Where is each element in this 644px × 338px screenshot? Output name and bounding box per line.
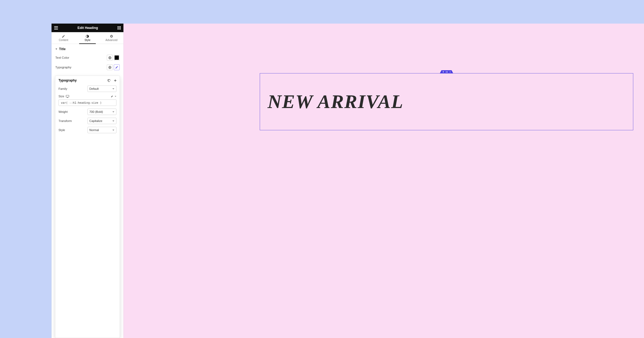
svg-rect-12 [118,29,118,29]
menu-button[interactable] [54,26,58,29]
svg-rect-10 [119,28,120,28]
family-row: Family Default [58,86,116,92]
size-input[interactable] [58,99,116,106]
popover-title: Typography [58,79,77,82]
globe-button-2[interactable] [107,64,113,70]
style-select[interactable]: Normal [87,127,116,133]
family-value: Default [89,87,99,90]
selection-handle[interactable] [440,70,453,73]
text-color-row: Text Color [55,55,120,61]
tab-style[interactable]: Style [75,32,99,44]
svg-rect-7 [119,26,120,27]
tab-advanced-label: Advanced [105,39,117,42]
tab-advanced[interactable]: Advanced [100,32,123,44]
svg-rect-11 [120,28,121,28]
style-section: Title Text Color Typography [52,44,123,74]
globe-icon [108,66,112,69]
svg-point-3 [446,72,446,73]
weight-value: 700 (Bold) [89,110,103,113]
undo-icon [107,79,111,82]
svg-rect-14 [120,29,121,29]
svg-point-0 [446,71,446,72]
text-color-label: Text Color [55,56,69,59]
style-value: Normal [89,128,99,132]
chevron-down-icon [112,120,115,122]
heading-text[interactable]: NEW ARRIVAL [268,91,404,113]
typography-edit-button[interactable] [114,64,120,70]
chevron-down-icon [112,129,115,131]
caret-down-icon [55,48,57,50]
selected-heading[interactable]: NEW ARRIVAL [260,73,633,130]
weight-label: Weight [58,110,68,113]
plus-icon[interactable] [442,71,444,73]
style-row: Style Normal [58,127,116,133]
transform-row: Transform Capitalize [58,118,116,124]
apps-button[interactable] [118,26,121,29]
plus-icon [114,79,117,82]
desktop-icon[interactable] [66,95,69,98]
svg-point-2 [447,71,448,72]
svg-rect-13 [119,29,120,29]
pencil-icon [111,95,114,98]
drag-dots-icon[interactable] [446,71,448,73]
typography-row: Typography [55,64,120,70]
pencil-icon [62,35,65,38]
text-color-swatch[interactable] [114,55,120,61]
svg-rect-8 [120,26,121,27]
close-icon[interactable] [449,71,451,73]
hamburger-icon [54,26,58,29]
chevron-down-icon [112,111,115,113]
transform-label: Transform [58,119,72,122]
canvas-area[interactable]: NEW ARRIVAL [123,24,644,338]
pencil-icon [115,66,118,69]
tab-content-label: Content [59,39,68,42]
panel-header: Edit Heading [52,24,123,32]
svg-rect-6 [118,26,118,27]
section-title-label: Title [59,47,65,51]
tab-style-label: Style [85,39,90,42]
svg-point-4 [447,72,447,73]
size-row [58,99,116,106]
svg-point-5 [447,72,448,73]
grid-icon [118,26,121,29]
half-circle-icon [86,35,89,38]
weight-row: Weight 700 (Bold) [58,109,116,115]
add-button[interactable] [114,79,117,82]
size-unit-button[interactable] [111,95,116,98]
globe-icon [108,56,112,60]
style-label: Style [58,128,65,132]
weight-select[interactable]: 700 (Bold) [87,109,116,115]
typography-popover: Typography Family Default Siz [55,76,120,338]
reset-button[interactable] [107,79,111,82]
tab-content[interactable]: Content [52,32,75,44]
color-swatch-inner [115,55,119,60]
family-label: Family [58,87,67,90]
gear-icon [110,35,113,38]
popover-header: Typography [55,76,120,85]
globe-button[interactable] [107,55,113,61]
panel-title: Edit Heading [78,26,98,30]
section-title-toggle[interactable]: Title [55,47,120,51]
size-label: Size [58,95,64,98]
typography-label: Typography [55,66,71,69]
transform-value: Capitalize [89,119,102,122]
svg-rect-18 [66,95,69,97]
chevron-down-icon [115,95,116,97]
chevron-down-icon [112,88,115,90]
family-select[interactable]: Default [87,86,116,92]
svg-rect-9 [118,28,118,28]
size-row-header: Size [58,95,116,98]
transform-select[interactable]: Capitalize [87,118,116,124]
svg-point-1 [447,71,447,72]
panel-tabs: Content Style Advanced [52,32,123,44]
